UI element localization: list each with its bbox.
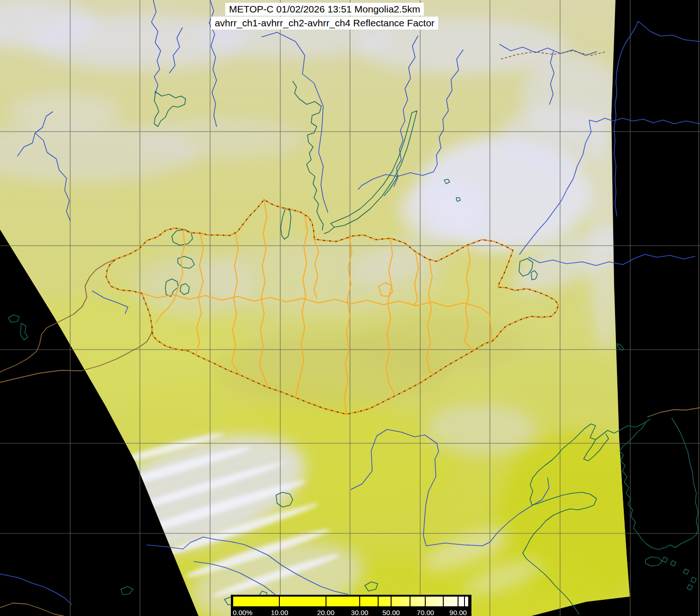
colorbar-tick — [443, 597, 444, 606]
colorbar-label: 90.00 — [449, 609, 467, 616]
satellite-map-canvas — [0, 0, 700, 616]
colorbar-label: 20.00 — [317, 609, 335, 616]
colorbar-tick — [359, 597, 360, 606]
colorbar-tick — [391, 597, 392, 606]
colorbar-label: 10.00 — [271, 609, 288, 616]
reflectance-colorbar: 10.0020.0030.0050.0070.0090.00 0.00% — [231, 595, 471, 616]
colorbar-label: 50.00 — [382, 609, 400, 616]
map-title-line2: avhrr_ch1-avhrr_ch2-avhrr_ch4 Reflectanc… — [211, 17, 438, 30]
colorbar-tick — [464, 597, 465, 606]
colorbar-label: 70.00 — [417, 609, 434, 616]
satellite-image-viewport: METOP-C 01/02/2026 13:51 Mongolia2.5km a… — [0, 0, 700, 616]
map-title-line1: METOP-C 01/02/2026 13:51 Mongolia2.5km — [225, 3, 424, 16]
colorbar-label: 30.00 — [351, 609, 368, 616]
map-title-block: METOP-C 01/02/2026 13:51 Mongolia2.5km a… — [211, 3, 438, 30]
colorbar-tick — [458, 597, 459, 606]
colorbar-tick — [378, 597, 379, 606]
colorbar-tick — [410, 597, 410, 606]
colorbar-tick — [326, 597, 326, 606]
colorbar-tick — [279, 597, 280, 606]
colorbar-zero-label: 0.00% — [233, 609, 253, 616]
colorbar-tick — [425, 597, 426, 606]
colorbar-gradient-bar: 10.0020.0030.0050.0070.0090.00 — [233, 597, 468, 606]
